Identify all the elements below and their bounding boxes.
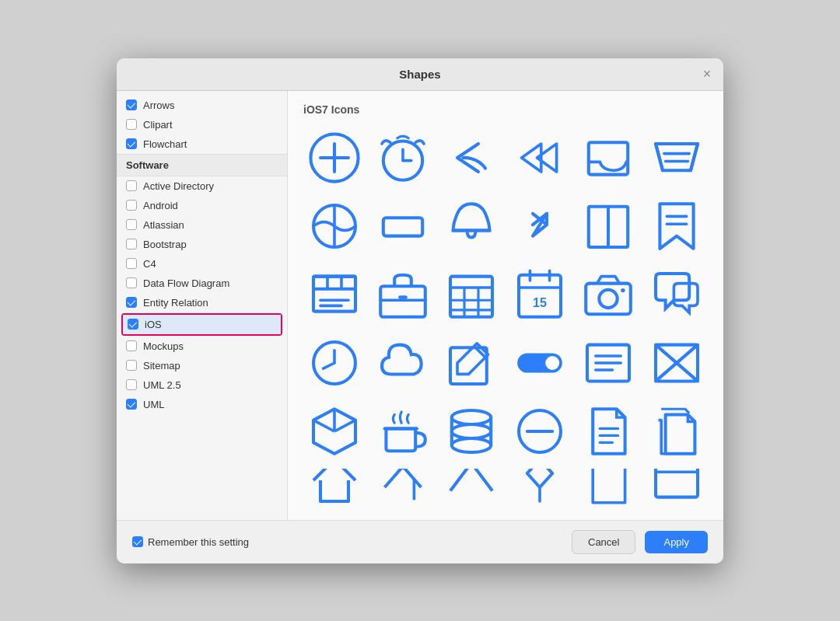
sidebar-section-software: Software xyxy=(117,154,287,176)
sidebar-label-clipart: Clipart xyxy=(143,119,173,131)
checkbox-flowchart[interactable] xyxy=(126,138,137,149)
checkbox-clipart[interactable] xyxy=(126,119,137,130)
sidebar-label-data-flow: Data Flow Diagram xyxy=(143,277,229,289)
checkbox-bootstrap[interactable] xyxy=(126,239,137,249)
svg-line-44 xyxy=(324,363,334,368)
sidebar-label-uml: UML xyxy=(143,399,164,410)
remember-checkbox[interactable] xyxy=(132,536,143,547)
icon-inbox2 xyxy=(646,127,708,189)
sidebar-label-atlassian: Atlassian xyxy=(143,219,184,231)
svg-point-41 xyxy=(621,288,625,291)
icon-partial5 xyxy=(577,469,639,508)
svg-rect-13 xyxy=(383,218,422,235)
icon-box xyxy=(303,263,366,326)
svg-point-40 xyxy=(599,289,617,307)
icon-calendar-grid xyxy=(440,263,502,326)
icon-alarm xyxy=(372,127,434,189)
checkbox-sitemap[interactable] xyxy=(126,360,137,371)
icon-toggle xyxy=(509,332,571,394)
cancel-button[interactable]: Cancel xyxy=(572,530,635,554)
svg-text:15: 15 xyxy=(533,295,547,309)
icon-database xyxy=(440,400,502,462)
icon-clock xyxy=(303,332,366,394)
svg-rect-20 xyxy=(313,276,355,288)
checkbox-active-directory[interactable] xyxy=(126,180,137,191)
sidebar-label-entity-relation: Entity Relation xyxy=(143,297,208,309)
sidebar-label-c4: C4 xyxy=(143,258,156,270)
icon-minus-circle xyxy=(509,400,571,462)
sidebar-label-mockups: Mockups xyxy=(143,340,184,352)
apply-button[interactable]: Apply xyxy=(645,531,708,553)
svg-line-8 xyxy=(691,144,698,170)
checkbox-arrows[interactable] xyxy=(126,99,137,110)
sidebar-label-bootstrap: Bootstrap xyxy=(143,239,187,250)
checkbox-mockups[interactable] xyxy=(126,340,137,351)
icon-briefcase xyxy=(372,263,434,326)
sidebar-item-bootstrap[interactable]: Bootstrap xyxy=(117,235,287,254)
sidebar-item-entity-relation[interactable]: Entity Relation xyxy=(117,293,287,312)
svg-point-60 xyxy=(452,410,491,424)
icon-image-x xyxy=(646,332,708,394)
checkbox-atlassian[interactable] xyxy=(126,219,137,230)
icon-tablet xyxy=(372,195,434,257)
svg-point-63 xyxy=(452,424,491,438)
checkbox-uml[interactable] xyxy=(126,399,137,410)
icon-book xyxy=(577,195,639,257)
content-area: iOS7 Icons xyxy=(288,91,723,520)
icon-partial3 xyxy=(440,469,502,508)
icon-inbox xyxy=(577,127,639,189)
dialog-body: Arrows Clipart Flowchart Software Active… xyxy=(117,91,723,520)
dialog-title: Shapes xyxy=(399,68,440,81)
close-button[interactable]: × xyxy=(700,67,714,81)
checkbox-android[interactable] xyxy=(126,200,137,211)
svg-line-7 xyxy=(656,144,663,170)
sidebar-label-flowchart: Flowchart xyxy=(143,138,187,150)
icon-partial2 xyxy=(372,469,434,508)
icon-compose xyxy=(440,332,502,394)
svg-line-58 xyxy=(313,420,334,431)
checkbox-entity-relation[interactable] xyxy=(126,297,137,308)
sidebar-item-c4[interactable]: C4 xyxy=(117,254,287,274)
icon-coffee xyxy=(372,400,434,462)
icon-camera xyxy=(577,263,639,326)
sidebar-label-android: Android xyxy=(143,200,178,211)
icon-rewind xyxy=(509,127,571,189)
icon-bluetooth xyxy=(509,195,571,257)
icon-bell xyxy=(440,195,502,257)
icon-chat xyxy=(646,263,708,326)
sidebar-item-ios[interactable]: iOS xyxy=(123,315,281,334)
sidebar-item-sitemap[interactable]: Sitemap xyxy=(117,356,287,375)
icons-grid: 15 xyxy=(303,127,708,508)
sidebar-label-sitemap: Sitemap xyxy=(143,360,180,372)
remember-text: Remember this setting xyxy=(148,536,249,548)
sidebar-item-data-flow[interactable]: Data Flow Diagram xyxy=(117,274,287,293)
sidebar-item-mockups[interactable]: Mockups xyxy=(117,337,287,356)
dialog-header: Shapes × xyxy=(117,58,723,91)
sidebar: Arrows Clipart Flowchart Software Active… xyxy=(117,91,288,520)
checkbox-uml25[interactable] xyxy=(126,379,137,390)
sidebar-label-arrows: Arrows xyxy=(143,99,174,111)
sidebar-item-clipart[interactable]: Clipart xyxy=(117,115,287,134)
checkbox-c4[interactable] xyxy=(126,258,137,269)
sidebar-item-uml[interactable]: UML xyxy=(117,395,287,414)
ios-item-wrapper: iOS xyxy=(121,313,282,336)
sidebar-item-atlassian[interactable]: Atlassian xyxy=(117,215,287,235)
section-title: iOS7 Icons xyxy=(303,103,708,116)
shapes-dialog: Shapes × Arrows Clipart Flowchart Softwa… xyxy=(117,58,723,563)
icon-partial6 xyxy=(646,469,708,508)
svg-point-64 xyxy=(452,438,491,452)
sidebar-item-uml25[interactable]: UML 2.5 xyxy=(117,375,287,395)
sidebar-item-android[interactable]: Android xyxy=(117,196,287,215)
sidebar-item-flowchart[interactable]: Flowchart xyxy=(117,134,287,154)
checkbox-ios[interactable] xyxy=(128,319,138,330)
sidebar-label-uml25: UML 2.5 xyxy=(143,379,181,391)
icon-list-lines xyxy=(577,332,639,394)
icon-cloud xyxy=(372,332,434,394)
sidebar-label-ios: iOS xyxy=(145,319,162,330)
sidebar-item-arrows[interactable]: Arrows xyxy=(117,96,287,115)
icon-documents xyxy=(646,400,708,462)
sidebar-item-active-directory[interactable]: Active Directory xyxy=(117,176,287,196)
icon-calendar-15: 15 xyxy=(509,263,571,326)
remember-label[interactable]: Remember this setting xyxy=(132,536,249,548)
checkbox-data-flow[interactable] xyxy=(126,277,137,288)
